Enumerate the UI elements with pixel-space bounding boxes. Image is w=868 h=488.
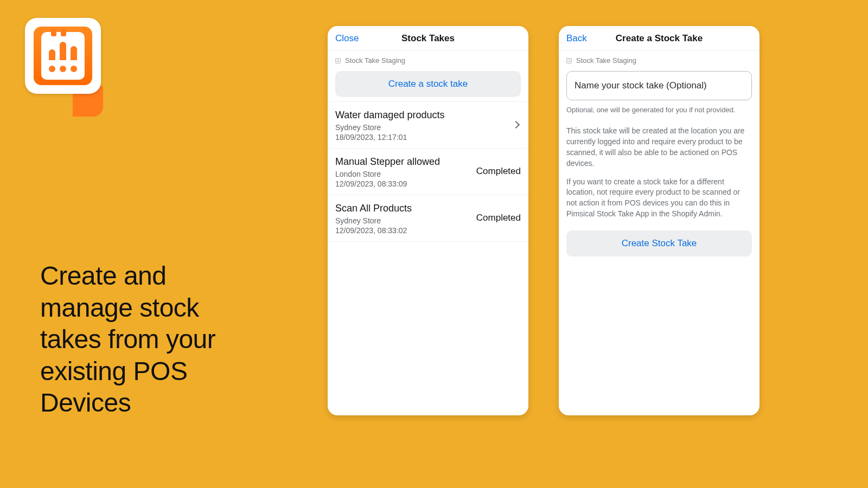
breadcrumb: Stock Take Staging — [328, 51, 528, 68]
stock-take-name: Water damaged products — [335, 110, 444, 121]
stock-take-name: Scan All Products — [335, 203, 412, 214]
stock-take-name: Manual Stepper allowed — [335, 156, 440, 168]
breadcrumb-label: Stock Take Staging — [576, 56, 636, 65]
panel-header: Close Stock Takes — [328, 26, 528, 51]
info-paragraph: If you want to create a stock take for a… — [566, 177, 752, 220]
chevron-right-icon — [512, 121, 520, 129]
stock-take-location: London Store — [335, 170, 440, 178]
close-button[interactable]: Close — [335, 26, 359, 51]
stock-take-row[interactable]: Water damaged productsSydney Store18/09/… — [328, 101, 528, 149]
create-stock-take-button[interactable]: Create a stock take — [335, 71, 521, 97]
create-stock-take-submit-button[interactable]: Create Stock Take — [566, 230, 752, 256]
info-paragraph: This stock take will be created at the l… — [566, 126, 752, 169]
stock-take-location: Sydney Store — [335, 216, 412, 225]
marketing-tagline: Create and manage stock takes from your … — [40, 260, 235, 419]
panel-title: Stock Takes — [401, 33, 455, 43]
status-badge: Completed — [476, 213, 521, 223]
stock-take-timestamp: 12/09/2023, 08:33:02 — [335, 226, 412, 235]
stock-take-timestamp: 12/09/2023, 08:33:09 — [335, 179, 440, 188]
stock-take-location: Sydney Store — [335, 123, 444, 132]
back-button[interactable]: Back — [566, 26, 587, 51]
breadcrumb: Stock Take Staging — [559, 51, 760, 68]
stock-take-row[interactable]: Scan All ProductsSydney Store12/09/2023,… — [328, 195, 528, 242]
panel-title: Create a Stock Take — [616, 33, 703, 43]
panel-header: Back Create a Stock Take — [559, 26, 760, 51]
stock-takes-panel: Close Stock Takes Stock Take Staging Cre… — [328, 26, 528, 415]
breadcrumb-icon — [566, 58, 572, 63]
breadcrumb-icon — [335, 58, 341, 63]
create-stock-take-panel: Back Create a Stock Take Stock Take Stag… — [559, 26, 760, 415]
stock-take-row[interactable]: Manual Stepper allowedLondon Store12/09/… — [328, 149, 528, 195]
app-icon — [25, 18, 101, 105]
status-badge: Completed — [476, 166, 521, 177]
stock-take-timestamp: 18/09/2023, 12:17:01 — [335, 133, 444, 142]
input-helper-text: Optional, one will be generated for you … — [566, 106, 752, 114]
breadcrumb-label: Stock Take Staging — [345, 56, 405, 65]
stock-take-name-input[interactable] — [566, 71, 752, 100]
